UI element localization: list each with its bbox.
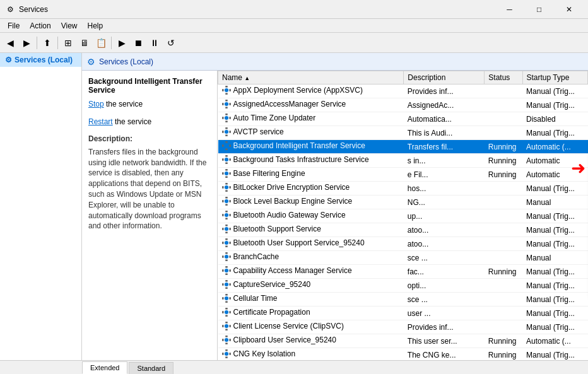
menu-action[interactable]: Action [25, 20, 56, 32]
tab-extended[interactable]: Extended [82, 361, 127, 374]
cell-startup: Disabled [522, 112, 587, 126]
svg-rect-46 [225, 218, 228, 219]
description-text: Transfers files in the background using … [88, 148, 206, 231]
svg-rect-53 [229, 228, 231, 230]
svg-rect-52 [222, 228, 224, 230]
toolbar-forward[interactable]: ▶ [19, 35, 34, 50]
service-icon: Background Intelligent Transfer Service [222, 141, 365, 150]
table-row[interactable]: Certificate Propagationuser ...Manual (T… [218, 307, 588, 320]
table-row[interactable]: Bluetooth User Support Service_95240atoo… [218, 237, 588, 251]
arrow-indicator: ➜ [571, 158, 585, 178]
cell-name: Block Level Backup Engine Service [218, 196, 404, 209]
toolbar-restart[interactable]: ↺ [163, 35, 179, 50]
svg-rect-32 [222, 172, 224, 175]
svg-point-59 [224, 241, 228, 245]
service-icon: Client License Service (ClipSVC) [222, 322, 344, 330]
svg-rect-18 [229, 131, 231, 133]
svg-rect-5 [225, 100, 228, 102]
svg-rect-67 [222, 269, 224, 272]
svg-rect-70 [225, 280, 228, 282]
service-icon: Capability Access Manager Service [222, 266, 352, 275]
table-row[interactable]: CNG Key IsolationThe CNG ke...RunningMan… [218, 348, 588, 361]
table-row[interactable]: Auto Time Zone UpdaterAutomatica...Disab… [218, 112, 588, 126]
toolbar-sep-3 [111, 37, 112, 49]
svg-rect-77 [222, 297, 224, 300]
svg-rect-45 [225, 211, 228, 213]
svg-rect-78 [229, 297, 231, 300]
svg-point-44 [224, 199, 228, 203]
toolbar-pause[interactable]: ⏸ [147, 35, 162, 50]
service-icon: Bluetooth User Support Service_95240 [222, 238, 365, 247]
table-row[interactable]: AssignedAccessManager ServiceAssignedAc.… [218, 98, 588, 112]
window-title: Services [19, 5, 495, 14]
table-row[interactable]: Clipboard User Service_95240This user se… [218, 334, 588, 348]
col-description[interactable]: Description [404, 71, 485, 85]
toolbar-start[interactable]: ▶ [114, 35, 129, 50]
toolbar-computer[interactable]: 🖥 [77, 35, 92, 50]
table-row[interactable]: Base Filtering Enginee Fil...RunningAuto… [218, 168, 588, 182]
col-startup[interactable]: Startup Type [522, 71, 587, 85]
cell-name: Certificate Propagation [218, 307, 404, 320]
cell-desc: NG... [404, 196, 485, 209]
menu-file[interactable]: File [3, 20, 25, 32]
minimize-button[interactable]: ─ [495, 1, 524, 18]
tab-standard[interactable]: Standard [129, 362, 173, 374]
table-row[interactable]: Client License Service (ClipSVC)Provides… [218, 320, 588, 334]
cell-desc: atoo... [404, 223, 485, 237]
cell-desc: e Fil... [404, 168, 485, 182]
left-nav-services-local[interactable]: ⚙ Services (Local) [0, 53, 81, 67]
svg-rect-61 [225, 259, 228, 261]
svg-rect-57 [222, 242, 224, 244]
svg-rect-87 [222, 325, 224, 327]
col-status[interactable]: Status [485, 71, 522, 85]
service-icon: Block Level Backup Engine Service [222, 197, 353, 206]
table-row[interactable]: BitLocker Drive Encryption Servicehos...… [218, 182, 588, 196]
svg-rect-16 [225, 134, 228, 136]
table-row[interactable]: Cellular Timesce ...Manual (Trig... [218, 293, 588, 307]
table-row[interactable]: Bluetooth Audio Gateway Serviceup...Manu… [218, 209, 588, 223]
cell-desc: Transfers fil... [404, 140, 485, 154]
maximize-button[interactable]: □ [525, 1, 553, 18]
table-row[interactable]: AppX Deployment Service (AppXSVC)Provide… [218, 85, 588, 98]
toolbar-stop[interactable]: ⏹ [131, 35, 146, 50]
table-row[interactable]: Capability Access Manager Servicefac...R… [218, 265, 588, 279]
table-row[interactable]: Block Level Backup Engine ServiceNG...Ma… [218, 196, 588, 209]
cell-desc: opti... [404, 279, 485, 293]
cell-status [485, 209, 522, 223]
toolbar-up[interactable]: ⬆ [40, 35, 55, 50]
svg-rect-3 [229, 89, 231, 91]
menu-view[interactable]: View [56, 20, 83, 32]
table-row[interactable]: BranchCachesce ...Manual [218, 251, 588, 265]
service-icon: BranchCache [222, 252, 279, 261]
table-row[interactable]: AVCTP serviceThis is Audi...Manual (Trig… [218, 126, 588, 140]
toolbar-properties[interactable]: 📋 [93, 35, 109, 50]
svg-point-84 [224, 310, 228, 314]
svg-rect-7 [222, 103, 224, 105]
svg-rect-73 [229, 283, 231, 286]
svg-rect-86 [225, 329, 228, 330]
table-row[interactable]: CaptureService_95240opti...Manual (Trig.… [218, 279, 588, 293]
restart-link[interactable]: Restart [88, 117, 113, 126]
service-icon: Bluetooth Support Service [222, 225, 321, 233]
menu-help[interactable]: Help [83, 20, 109, 32]
close-button[interactable]: ✕ [555, 1, 583, 18]
service-icon: Auto Time Zone Updater [222, 114, 316, 122]
table-row[interactable]: Background Tasks Infrastructure Services… [218, 154, 588, 168]
table-row[interactable]: Bluetooth Support Serviceatoo...Manual (… [218, 223, 588, 237]
cell-startup: Manual (Trig... [522, 126, 587, 140]
svg-rect-31 [225, 176, 228, 178]
stop-link[interactable]: Stop [88, 100, 104, 108]
svg-rect-58 [229, 242, 231, 244]
cell-name: Client License Service (ClipSVC) [218, 320, 404, 334]
service-description: Description: Transfers files in the back… [88, 134, 211, 231]
stop-link-text: the service [106, 100, 143, 108]
content-area: ⚙ Services (Local) Background Intelligen… [82, 53, 588, 360]
toolbar-back[interactable]: ◀ [3, 35, 18, 50]
table-row[interactable]: Background Intelligent Transfer ServiceT… [218, 140, 588, 154]
svg-rect-22 [222, 144, 224, 147]
toolbar-show-hide[interactable]: ⊞ [61, 35, 76, 50]
col-name[interactable]: Name ▲ [218, 71, 404, 85]
svg-rect-26 [225, 162, 228, 164]
cell-status: Running [485, 265, 522, 279]
cell-status [485, 251, 522, 265]
